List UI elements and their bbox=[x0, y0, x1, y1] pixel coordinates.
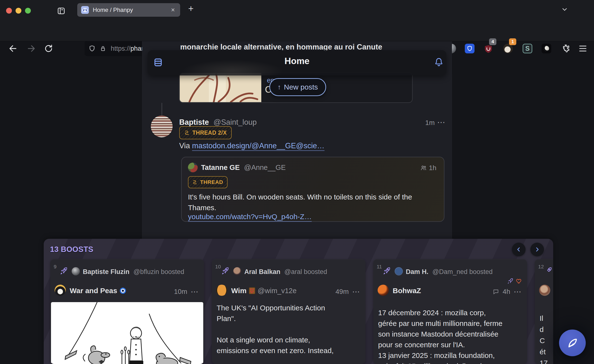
thread-icon bbox=[184, 130, 190, 136]
boost-card-12[interactable]: 12 C Il d C ét 17 bbox=[535, 259, 553, 364]
carousel-next-button[interactable] bbox=[530, 243, 544, 256]
minimize-window-button[interactable] bbox=[16, 8, 21, 14]
booster-line: Baptiste Fluzin @bfluzin boosted bbox=[83, 268, 184, 276]
card-more-icon[interactable]: ⋯ bbox=[191, 287, 199, 296]
card-index: 12 bbox=[538, 264, 544, 270]
new-tab-button[interactable]: + bbox=[188, 4, 194, 13]
page-title[interactable]: Home bbox=[148, 56, 446, 66]
quote-thread-badge: THREAD bbox=[188, 176, 228, 188]
new-posts-button[interactable]: ↑ New posts bbox=[269, 78, 326, 96]
quote-author-name[interactable]: Tatanne GE bbox=[201, 164, 240, 171]
adblock-shield-icon[interactable] bbox=[484, 44, 493, 54]
maximize-window-button[interactable] bbox=[25, 8, 31, 14]
thread-badge[interactable]: THREAD 2/X bbox=[179, 126, 232, 139]
boost-card-10[interactable]: 10 Aral Balkan @aral boosted Wim @wim_v1… bbox=[212, 259, 365, 364]
back-icon[interactable] bbox=[8, 44, 18, 53]
booster-avatar[interactable] bbox=[233, 267, 241, 275]
comic-image[interactable] bbox=[51, 302, 203, 364]
arrow-up-icon: ↑ bbox=[278, 83, 281, 91]
phanpy-favicon-icon bbox=[81, 6, 89, 14]
browser-window: Home / Phanpy × + https://phanpy.social bbox=[0, 0, 594, 364]
stylus-icon[interactable]: S bbox=[523, 44, 532, 53]
moon-extension-icon[interactable] bbox=[542, 44, 551, 53]
author-avatar[interactable] bbox=[55, 285, 66, 296]
card-time[interactable]: 10m bbox=[174, 288, 187, 296]
boost-card-11[interactable]: 11 Dam H. @Dam_ned boosted BohwaZ bbox=[373, 259, 527, 364]
list-tabs-chevron-icon[interactable] bbox=[561, 6, 568, 13]
quoted-post-card[interactable]: Tatanne GE @Anne__GE 1h THREAD It's five… bbox=[181, 157, 444, 222]
thread-icon bbox=[192, 180, 198, 185]
sidebar-toggle-icon[interactable] bbox=[57, 6, 66, 16]
carousel-prev-button[interactable] bbox=[512, 243, 526, 256]
author-line[interactable]: Wim @wim_v12e bbox=[231, 287, 297, 295]
lock-icon[interactable] bbox=[100, 45, 106, 52]
quote-link[interactable]: youtube.com/watch?v=HvQ_p4oh-Z… bbox=[188, 213, 312, 221]
boosted-reaction-rocket-icon bbox=[507, 278, 513, 284]
post-author-line[interactable]: Baptiste @Saint_loup bbox=[179, 118, 257, 127]
author-name: Wim bbox=[231, 287, 246, 295]
reload-icon[interactable] bbox=[44, 44, 53, 53]
quote-author-avatar[interactable] bbox=[188, 163, 198, 172]
post-time[interactable]: 1m bbox=[417, 119, 435, 127]
nazar-amulet-icon bbox=[120, 288, 126, 294]
booster-avatar[interactable] bbox=[72, 267, 80, 275]
menu-hamburger-icon[interactable] bbox=[578, 45, 587, 52]
notifications-bell-icon[interactable] bbox=[434, 57, 444, 67]
people-icon bbox=[420, 165, 427, 171]
post-meta: 4h ⋯ bbox=[492, 287, 522, 296]
post-body-link[interactable]: mastodon.design/@Anne__GE@scie… bbox=[192, 141, 324, 150]
post-author-handle[interactable]: @Saint_loup bbox=[213, 118, 257, 126]
card-text: Il d C ét 17 bbox=[540, 313, 553, 364]
boost-rocket-icon bbox=[382, 267, 391, 275]
author-avatar[interactable] bbox=[216, 285, 227, 296]
post-body: Via mastodon.design/@Anne__GE@scie… bbox=[179, 141, 324, 150]
titlebar: Home / Phanpy × + bbox=[0, 0, 594, 17]
card-more-icon[interactable]: ⋯ bbox=[352, 287, 361, 296]
extensions-puzzle-icon[interactable] bbox=[561, 44, 570, 53]
compose-button[interactable] bbox=[559, 330, 586, 356]
card-more-icon[interactable]: ⋯ bbox=[514, 287, 522, 296]
forward-icon[interactable] bbox=[26, 44, 36, 53]
quote-author-handle[interactable]: @Anne__GE bbox=[244, 164, 286, 171]
booster-name[interactable]: Aral Balkan bbox=[244, 268, 280, 275]
card-index: 11 bbox=[377, 264, 382, 270]
quote-author-line: Tatanne GE @Anne__GE bbox=[201, 164, 286, 172]
author-line[interactable]: War and Peas bbox=[70, 287, 126, 295]
password-manager-shield-icon[interactable] bbox=[465, 44, 475, 53]
author-line[interactable]: BohwaZ bbox=[393, 287, 421, 295]
abacus-icon bbox=[249, 287, 255, 294]
close-window-button[interactable] bbox=[6, 8, 12, 14]
author-avatar[interactable] bbox=[539, 285, 550, 296]
post-author-avatar[interactable] bbox=[151, 116, 173, 137]
post-more-icon[interactable]: ⋯ bbox=[437, 117, 446, 127]
social-extension-icon[interactable] bbox=[503, 44, 513, 53]
booster-handle: @bfluzin boosted bbox=[134, 268, 184, 275]
thread-connector-line bbox=[161, 103, 162, 116]
thread-badge-label: THREAD 2/X bbox=[192, 130, 227, 136]
post-author-name[interactable]: Baptiste bbox=[179, 118, 209, 126]
boost-card-9[interactable]: 9 Baptiste Fluzin @bfluzin boosted War a… bbox=[50, 259, 204, 364]
manuscript-preview-image bbox=[180, 73, 261, 102]
tracking-shield-icon[interactable] bbox=[88, 45, 96, 52]
post-meta: 10m ⋯ bbox=[174, 287, 199, 296]
boosts-carousel: 13 BOOSTS 9 Baptiste Fluzin @bfluzin boo… bbox=[44, 239, 553, 364]
quote-thread-badge-label: THREAD bbox=[200, 179, 223, 185]
chevron-right-icon bbox=[534, 246, 540, 253]
booster-avatar[interactable] bbox=[395, 267, 403, 275]
tab-close-icon[interactable]: × bbox=[170, 6, 176, 14]
card-time[interactable]: 49m bbox=[336, 288, 349, 296]
tab-home-phanpy[interactable]: Home / Phanpy × bbox=[77, 3, 180, 17]
new-posts-label: New posts bbox=[284, 83, 318, 91]
boosts-title: 13 BOOSTS bbox=[50, 245, 93, 254]
author-handle: @wim_v12e bbox=[258, 287, 297, 295]
booster-name[interactable]: Dam H. bbox=[406, 268, 428, 275]
timeline-header: Home bbox=[148, 50, 446, 75]
url-scheme: https:// bbox=[111, 45, 130, 52]
booster-name[interactable]: Baptiste Fluzin bbox=[83, 268, 129, 275]
chevron-left-icon bbox=[516, 246, 522, 253]
card-text: 17 décembre 2024 : mozilla corp, gérée p… bbox=[378, 307, 522, 364]
boost-rocket-icon bbox=[59, 267, 68, 275]
quote-text: It's five hours Bill. On wooden seats. W… bbox=[188, 192, 439, 213]
author-avatar[interactable] bbox=[378, 285, 389, 296]
card-time[interactable]: 4h bbox=[503, 288, 510, 296]
